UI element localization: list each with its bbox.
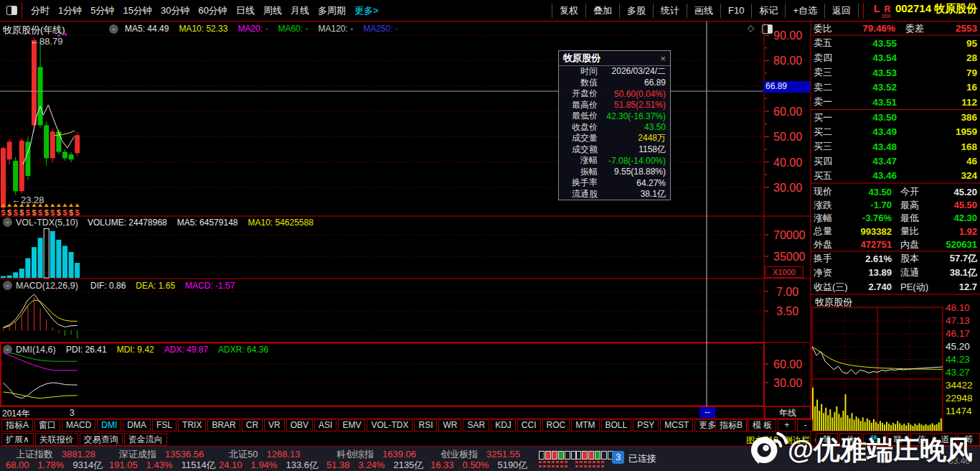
indicator-right-0[interactable]: 指标B [715, 419, 747, 432]
indicator-right-1[interactable]: 模 板 [748, 419, 776, 432]
tool-item-1[interactable]: 叠加 [585, 4, 619, 18]
side-tab-道[interactable]: 道 [934, 433, 956, 446]
tool-item-0[interactable]: 复权 [552, 4, 585, 18]
macd-chevron-icon[interactable]: ⌄ [3, 281, 12, 290]
close-icon[interactable]: × [660, 53, 666, 64]
indicator-tab-MACD[interactable]: MACD [62, 419, 95, 432]
indicator-tab-EMV[interactable]: EMV [338, 419, 365, 432]
side-tab-笔[interactable]: 笔 [816, 433, 838, 446]
tooltip-row-6: 成交量2448万 [559, 133, 670, 144]
index-quote-1[interactable]: 深证成指13536.56191.051.43%11514亿 [109, 449, 216, 470]
indicator-tab-RSI[interactable]: RSI [414, 419, 437, 432]
extension-tab-3[interactable]: 资金流向 [124, 433, 167, 446]
period-item-8[interactable]: 月线 [291, 4, 309, 17]
chevron-down-icon[interactable]: ⌄ [109, 24, 118, 34]
period-item-9[interactable]: 多周期 [318, 4, 346, 17]
indicator-tab-MCST[interactable]: MCST [660, 419, 693, 432]
macd-panel-title: MACD(12,26,9) [16, 281, 78, 291]
tool-item-2[interactable]: 多股 [619, 4, 653, 18]
indicator-tab-VOL-TDX[interactable]: VOL-TDX [367, 419, 413, 432]
period-item-6[interactable]: 日线 [236, 4, 255, 17]
ask-row-1[interactable]: 卖四43.5428 [812, 51, 979, 66]
tooltip-row-3: 最高价51.85(2.51%) [559, 100, 670, 111]
period-label[interactable]: 年线 [765, 406, 811, 419]
indicator-tab-KDJ[interactable]: KDJ [491, 419, 516, 432]
bid-row-1[interactable]: 买二43.491959 [812, 125, 979, 139]
tool-item-7[interactable]: +自选 [785, 4, 824, 18]
ask-row-3[interactable]: 卖二43.5216 [812, 80, 979, 95]
period-item-0[interactable]: 分时 [31, 4, 50, 17]
extension-tab-1[interactable]: 关联报价 [35, 433, 78, 446]
extension-tab-2[interactable]: 交易查询 [80, 433, 123, 446]
dmi-chevron-icon[interactable]: ⌄ [3, 345, 12, 354]
indicator-tab-CR[interactable]: CR [242, 419, 263, 432]
indicator-tab-VR[interactable]: VR [264, 419, 285, 432]
macd-labels-2: MACD: -1.57 [185, 281, 235, 291]
mini-price-label: 47.13 [946, 315, 970, 326]
indicator-tab-CCI[interactable]: CCI [517, 419, 541, 432]
bid-row-3[interactable]: 买四43.4746 [812, 154, 979, 168]
indicator-tab-BRAR[interactable]: BRAR [207, 419, 240, 432]
yellow-link-0[interactable]: 图文F10 [746, 434, 778, 447]
mini-price-label: 48.10 [946, 302, 970, 313]
indicator-right-2[interactable]: + [778, 419, 796, 432]
vol-labels-1: MA5: 64579148 [177, 218, 238, 228]
indicator-tab-FSL[interactable]: FSL [152, 419, 176, 432]
mini-chart-title: 牧原股份 [815, 296, 852, 309]
side-tab-筹[interactable]: 筹 [958, 433, 980, 446]
side-tab-联[interactable]: 联 [887, 433, 909, 446]
bid-row-0[interactable]: 买一43.50386 [812, 111, 979, 125]
index-quote-0[interactable]: 上证指数3881.2868.001.78%9314亿 [6, 449, 103, 470]
ask-row-4[interactable]: 卖一43.51112 [812, 95, 979, 110]
side-tab-价[interactable]: 价 [839, 433, 862, 446]
trading-terminal: $$$$$$$$$$$$$ 分时1分钟5分钟15分钟30分钟60分钟日线周线月线… [0, 0, 980, 471]
period-item-1[interactable]: 1分钟 [58, 4, 82, 17]
tool-item-5[interactable]: F10 [720, 4, 751, 18]
diamond-icon[interactable]: ◇ [748, 23, 754, 33]
indicator-tab-MTM[interactable]: MTM [571, 419, 599, 432]
layout-toggle-icon[interactable] [6, 6, 17, 15]
index-quote-2[interactable]: 北证501268.1324.101.94%133.6亿 [219, 449, 319, 470]
ask-row-0[interactable]: 卖五43.5595 [812, 36, 979, 51]
indicator-tab-指标A[interactable]: 指标A [1, 419, 33, 432]
side-tab-值[interactable]: 值 [910, 433, 933, 446]
indicator-tab-WR[interactable]: WR [438, 419, 461, 432]
tooltip-row-7: 成交额1158亿 [559, 144, 670, 156]
indicator-tab-SAR[interactable]: SAR [463, 419, 489, 432]
ask-row-2[interactable]: 卖三43.5379 [812, 65, 979, 80]
indicator-tab-DMA[interactable]: DMA [123, 419, 151, 432]
more-periods-button[interactable]: 更多> [354, 4, 379, 17]
extension-tab-0[interactable]: 扩展∧ [1, 433, 34, 446]
indicator-tab-窗口[interactable]: 窗口 [34, 419, 60, 432]
period-item-3[interactable]: 15分钟 [123, 4, 151, 17]
period-item-2[interactable]: 5分钟 [90, 4, 114, 17]
period-item-7[interactable]: 周线 [263, 4, 282, 17]
connection-status[interactable]: 已连接 [628, 452, 656, 465]
vol-chevron-icon[interactable]: ⌄ [3, 218, 12, 227]
indicator-tab-BOLL[interactable]: BOLL [601, 419, 632, 432]
tool-item-3[interactable]: 统计 [653, 4, 687, 18]
tool-item-6[interactable]: 标记 [751, 4, 785, 18]
bid-row-2[interactable]: 买三43.48168 [812, 139, 979, 154]
indicator-tab-DMI[interactable]: DMI [97, 419, 121, 432]
dmi-labels-2: ADX: 49.87 [164, 345, 208, 355]
bid-row-4[interactable]: 买五43.46324 [812, 169, 979, 183]
sidebar-toggle-icon[interactable] [762, 24, 773, 34]
indicator-tab-ASI[interactable]: ASI [314, 419, 336, 432]
indicator-right-3[interactable]: - [797, 419, 813, 432]
period-item-5[interactable]: 60分钟 [198, 4, 227, 17]
heatmap-cells-1 [575, 451, 613, 460]
period-item-4[interactable]: 30分钟 [161, 4, 189, 17]
yellow-link-1[interactable]: 侧边栏《 [784, 434, 819, 447]
indicator-tab-PSY[interactable]: PSY [633, 419, 659, 432]
connection-count-badge[interactable]: 3 [612, 451, 624, 464]
index-quote-3[interactable]: 科创综指1639.0651.383.24%2135亿 [326, 449, 423, 470]
indicator-tab-OBV[interactable]: OBV [286, 419, 313, 432]
indicator-tab-ROC[interactable]: ROC [542, 419, 570, 432]
tool-item-8[interactable]: 返回 [824, 4, 859, 18]
index-quote-4[interactable]: 创业板指3251.5516.330.50%5190亿 [430, 449, 527, 470]
tooltip-row-9: 振幅9.55(18.88%) [559, 167, 670, 178]
side-tab-势[interactable]: 势 [863, 433, 885, 446]
indicator-tab-TRIX[interactable]: TRIX [178, 419, 206, 432]
tool-item-4[interactable]: 画线 [687, 4, 720, 18]
